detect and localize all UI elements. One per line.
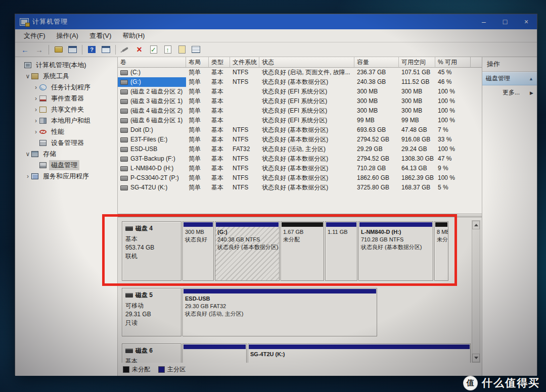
tree-item[interactable]: 磁盘管理 [15, 160, 117, 171]
tree-item[interactable]: 计算机管理(本地) [15, 60, 117, 71]
table-row[interactable]: G3T-Backup (F:) 简单 基本 NTFS 状态良好 (基本数据分区)… [118, 154, 482, 164]
tree-item[interactable]: › 性能 [15, 126, 117, 137]
partition-unallocated[interactable]: 1.67 GB未分配 [281, 221, 324, 281]
actions-header: 操作 [482, 57, 537, 72]
partition-unallocated-small[interactable]: 8 MB未分配 [434, 221, 448, 281]
volume-name-cell[interactable]: (磁盘 6 磁盘分区 1) [118, 116, 186, 125]
column-header-capacity[interactable]: 容量 [354, 57, 399, 68]
column-header-free[interactable]: 可用空间 [399, 57, 435, 68]
volume-name-cell[interactable]: (磁盘 3 磁盘分区 1) [118, 96, 186, 106]
disk6-label[interactable]: 磁盘 6 基本 [122, 344, 181, 363]
partition-k[interactable]: SG-4T2U (K:) [248, 344, 471, 363]
partition-g-selected[interactable]: (G:)240.38 GB NTFS状态良好 (基本数据分区) [215, 221, 280, 281]
expander-icon[interactable]: › [24, 173, 31, 180]
scroll-up-button[interactable] [472, 221, 480, 229]
column-header-volume[interactable]: 卷 [118, 57, 186, 68]
console-window-button[interactable] [66, 43, 79, 56]
volume-name-cell[interactable]: (磁盘 4 磁盘分区 2) [118, 106, 186, 116]
table-row[interactable]: (C:) 简单 基本 NTFS 状态良好 (启动, 页面文件, 故障... 23… [118, 68, 482, 77]
tree-item[interactable]: ∨ 系统工具 [15, 71, 117, 82]
close-button[interactable]: × [516, 14, 537, 29]
table-row[interactable]: SG-4T2U (K:) 简单 基本 NTFS 状态良好 (基本数据分区) 37… [118, 183, 482, 192]
tree-item[interactable]: › 服务和应用程序 [15, 171, 117, 182]
tree-item[interactable]: ∨ 存储 [15, 149, 117, 160]
explore-button[interactable] [175, 43, 189, 56]
tree-item[interactable]: 设备管理器 [15, 137, 117, 149]
volume-name-cell[interactable]: Doit (D:) [118, 125, 186, 135]
column-header-percent-free[interactable]: % 可用 [435, 57, 471, 68]
volume-name-cell[interactable]: L-NM840-D (H:) [118, 164, 186, 173]
forward-button[interactable]: → [32, 43, 46, 56]
delete-volume-button[interactable]: × [132, 43, 146, 56]
menu-file[interactable]: 文件(F) [18, 30, 51, 42]
table-row[interactable]: (磁盘 4 磁盘分区 2) 简单 基本 状态良好 (EFI 系统分区) 300 … [118, 106, 482, 116]
check-volume-button[interactable]: ✓ [147, 43, 160, 56]
volume-status: 状态良好 (基本数据分区) [259, 154, 354, 164]
volume-name-cell[interactable]: G3T-Backup (F:) [118, 154, 186, 164]
actions-more[interactable]: 更多... ▶ [482, 85, 537, 100]
volume-name-cell[interactable]: P-CS3040-2T (P:) [118, 173, 186, 183]
column-header-filesystem[interactable]: 文件系统 [230, 57, 259, 68]
volume-name-cell[interactable]: SG-4T2U (K:) [118, 183, 186, 192]
column-header-layout[interactable]: 布局 [186, 57, 209, 68]
tree-item[interactable]: › 共享文件夹 [15, 104, 117, 115]
table-row[interactable]: ESD-USB 简单 基本 FAT32 状态良好 (活动, 主分区) 29.29… [118, 144, 482, 154]
toolbar-separator [49, 45, 49, 55]
actions-group-disk-management[interactable]: 磁盘管理 ▲ [482, 72, 537, 85]
table-row[interactable]: E3T-Files (E:) 简单 基本 NTFS 状态良好 (基本数据分区) … [118, 135, 482, 144]
menu-help[interactable]: 帮助(H) [117, 30, 150, 42]
tools-button[interactable] [118, 43, 132, 56]
folder-button[interactable] [52, 43, 65, 56]
watermark-text: 什么值得买 [482, 376, 540, 390]
volume-name-cell[interactable]: (C:) [118, 68, 186, 77]
help-button[interactable]: ? [85, 43, 99, 56]
collapse-icon[interactable]: ▲ [529, 76, 533, 81]
volume-layout: 简单 [186, 68, 209, 77]
volume-status: 状态良好 (基本数据分区) [259, 125, 354, 135]
maximize-button[interactable]: □ [494, 14, 516, 29]
volume-percent-free: 45 % [435, 68, 471, 77]
expander-icon[interactable]: › [32, 117, 39, 124]
expander-icon[interactable]: › [32, 106, 39, 113]
table-row[interactable]: L-NM840-D (H:) 简单 基本 NTFS 状态良好 (基本数据分区) … [118, 164, 482, 173]
table-row[interactable]: Doit (D:) 简单 基本 NTFS 状态良好 (基本数据分区) 693.6… [118, 125, 482, 135]
tree-item[interactable]: › 任务计划程序 [15, 82, 117, 93]
mount-button[interactable]: ↑ [161, 43, 174, 56]
title-bar[interactable]: 计算机管理 – □ × [15, 14, 537, 29]
expander-icon[interactable]: ∨ [24, 73, 31, 80]
expander-icon[interactable]: › [32, 84, 39, 91]
vertical-scrollbar[interactable] [472, 220, 480, 363]
partition-esd-usb[interactable]: ESD-USB29.30 GB FAT32状态良好 (活动, 主分区) [183, 288, 377, 336]
minimize-button[interactable]: – [473, 14, 494, 29]
disk5-label[interactable]: 磁盘 5 可移动 29.31 GB 只读 [122, 288, 181, 336]
expander-icon[interactable]: › [32, 95, 39, 102]
volume-name-cell[interactable]: (G:) [118, 77, 186, 87]
tree-item[interactable]: › 本地用户和组 [15, 115, 117, 126]
volume-layout: 简单 [186, 173, 209, 183]
tree-item[interactable]: › 事件查看器 [15, 93, 117, 104]
back-button[interactable]: ← [18, 43, 32, 56]
table-row[interactable]: P-CS3040-2T (P:) 简单 基本 NTFS 状态良好 (基本数据分区… [118, 173, 482, 183]
volume-name-cell[interactable]: E3T-Files (E:) [118, 135, 186, 144]
expander-icon[interactable]: › [32, 128, 39, 135]
partition-efi[interactable]: 300 MB状态良好 [183, 221, 214, 281]
list-view-button[interactable] [189, 43, 203, 56]
table-row[interactable]: (磁盘 3 磁盘分区 1) 简单 基本 状态良好 (EFI 系统分区) 300 … [118, 96, 482, 106]
column-header-status[interactable]: 状态 [259, 57, 354, 68]
table-row[interactable]: (磁盘 6 磁盘分区 1) 简单 基本 状态良好 (EFI 系统分区) 99 M… [118, 116, 482, 125]
expander-icon[interactable]: ∨ [24, 151, 31, 158]
menu-view[interactable]: 查看(V) [84, 30, 117, 42]
menu-action[interactable]: 操作(A) [51, 30, 84, 42]
volume-name-cell[interactable]: (磁盘 2 磁盘分区 2) [118, 87, 186, 96]
disk4-label[interactable]: 磁盘 4 基本 953.74 GB 联机 [122, 221, 181, 281]
volume-type: 基本 [209, 154, 230, 164]
volume-name-cell[interactable]: ESD-USB [118, 144, 186, 154]
partition-h[interactable]: L-NM840-D (H:)710.28 GB NTFS状态良好 (基本数据分区… [358, 221, 433, 281]
partition-no-letter[interactable]: 1.11 GB [325, 221, 357, 281]
scroll-down-button[interactable] [472, 354, 480, 362]
properties-button[interactable] [99, 43, 113, 56]
table-row[interactable]: (磁盘 2 磁盘分区 2) 简单 基本 状态良好 (EFI 系统分区) 300 … [118, 87, 482, 96]
partition-unlabeled[interactable] [183, 344, 247, 363]
table-row[interactable]: (G:) 简单 基本 NTFS 状态良好 (基本数据分区) 240.38 GB … [118, 77, 482, 87]
column-header-type[interactable]: 类型 [209, 57, 230, 68]
